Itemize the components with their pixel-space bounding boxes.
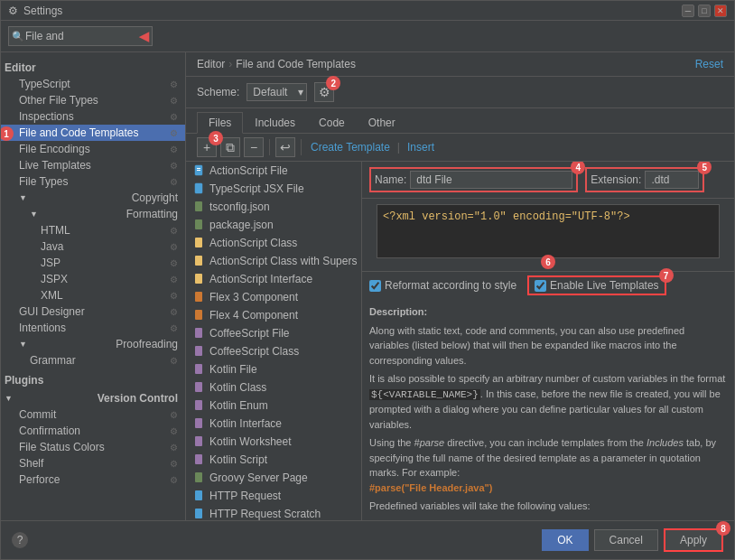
list-item[interactable]: CoffeeScript Class <box>186 342 361 360</box>
insert-button[interactable]: Insert <box>404 139 438 155</box>
search-input[interactable] <box>8 26 153 46</box>
settings-icon-9: ⚙ <box>170 242 178 252</box>
list-item[interactable]: Kotlin Interface <box>186 415 361 433</box>
sidebar-item-shelf[interactable]: Shelf ⚙ <box>1 455 185 471</box>
reformat-checkbox-label[interactable]: Reformat according to style <box>369 279 516 292</box>
create-template-separator: | <box>397 141 400 154</box>
list-item[interactable]: ActionScript File <box>186 162 361 180</box>
bottom-bar: ? OK Cancel Apply 8 <box>1 520 734 559</box>
name-field-wrap: Name: 4 <box>369 167 578 192</box>
settings-icon-3: ⚙ <box>170 112 178 122</box>
ok-button[interactable]: OK <box>542 529 588 551</box>
list-item[interactable]: HTTP Request Scratch <box>186 505 361 520</box>
extension-input[interactable] <box>645 171 699 189</box>
list-item[interactable]: TypeScript JSX File <box>186 180 361 198</box>
sidebar-item-plugins[interactable]: Plugins <box>1 372 185 388</box>
reset-link[interactable]: Reset <box>695 58 723 70</box>
list-item[interactable]: Kotlin Class <box>186 378 361 397</box>
name-ext-bar: Name: 4 Extension: 5 <box>362 162 734 199</box>
sidebar-item-live-templates[interactable]: Live Templates ⚙ <box>1 157 185 173</box>
reformat-checkbox[interactable] <box>369 280 381 292</box>
breadcrumb-separator: › <box>228 58 232 70</box>
svg-rect-14 <box>195 382 202 392</box>
list-item[interactable]: Kotlin Enum <box>186 397 361 415</box>
editor-panel: Name: 4 Extension: 5 <box>362 162 734 520</box>
settings-icon-5: ⚙ <box>170 145 178 154</box>
cancel-button[interactable]: Cancel <box>594 529 658 551</box>
sidebar-item-jsp[interactable]: JSP ⚙ <box>1 255 185 271</box>
svg-rect-8 <box>195 274 202 284</box>
sidebar-item-xml[interactable]: XML ⚙ <box>1 287 185 303</box>
tab-files[interactable]: Files <box>197 112 243 134</box>
content-area: 🔍 ◀ Editor TypeScript ⚙ Other File Types… <box>1 21 734 520</box>
sidebar-item-file-types[interactable]: File Types ⚙ <box>1 173 185 190</box>
svg-rect-4 <box>195 201 202 211</box>
sidebar-item-perforce[interactable]: Perforce ⚙ <box>1 471 185 488</box>
sidebar-item-copyright[interactable]: ▼ Copyright <box>1 190 185 206</box>
create-template-button[interactable]: Create Template <box>307 139 394 155</box>
file-icon <box>193 363 206 376</box>
sidebar-item-inspections[interactable]: Inspections ⚙ <box>1 108 185 125</box>
list-item[interactable]: ActionScript Class <box>186 234 361 252</box>
svg-rect-17 <box>195 436 202 446</box>
tab-includes[interactable]: Includes <box>243 112 307 133</box>
svg-rect-6 <box>195 238 202 247</box>
delete-button[interactable]: − <box>244 137 264 157</box>
sidebar-item-intentions[interactable]: Intentions ⚙ <box>1 320 185 336</box>
tab-code[interactable]: Code <box>307 112 357 133</box>
close-button[interactable]: ✕ <box>714 5 727 17</box>
editor-label: Editor <box>5 61 36 74</box>
sidebar-item-formatting[interactable]: ▼ Formatting <box>1 206 185 222</box>
file-list: ActionScript File TypeScript JSX File <box>186 162 362 520</box>
file-icon <box>193 490 206 502</box>
copy-button[interactable]: ⧉ <box>220 137 240 157</box>
annotation-1: 1 <box>1 126 14 141</box>
list-item[interactable]: Kotlin File <box>186 360 361 378</box>
scheme-select[interactable]: Default <box>247 83 307 101</box>
sidebar-item-file-status-colors[interactable]: File Status Colors ⚙ <box>1 439 185 455</box>
list-item[interactable]: package.json <box>186 216 361 234</box>
minimize-button[interactable]: ─ <box>682 5 694 17</box>
name-input[interactable] <box>410 171 572 189</box>
list-item[interactable]: Flex 4 Component <box>186 306 361 324</box>
code-editor[interactable]: <?xml version="1.0" encoding="UTF-8"?> <box>377 204 720 258</box>
sidebar-item-html[interactable]: HTML ⚙ <box>1 222 185 238</box>
sidebar-item-file-encodings[interactable]: File Encodings ⚙ <box>1 141 185 157</box>
file-icon <box>193 201 206 213</box>
file-icon <box>193 255 206 267</box>
sidebar-item-editor[interactable]: Editor <box>1 60 185 76</box>
enable-live-checkbox[interactable] <box>535 280 546 292</box>
list-item[interactable]: Groovy Server Page <box>186 469 361 487</box>
sidebar-item-java[interactable]: Java ⚙ <box>1 238 185 255</box>
annotation-8: 8 <box>716 521 730 536</box>
list-item[interactable]: Kotlin Script <box>186 451 361 469</box>
list-item[interactable]: HTTP Request <box>186 487 361 505</box>
undo-button[interactable]: ↩ <box>275 137 295 157</box>
settings-window: ⚙ Settings ─ □ ✕ 🔍 ◀ Editor <box>0 0 735 560</box>
list-item[interactable]: Kotlin Worksheet <box>186 433 361 451</box>
sidebar-item-typescript[interactable]: TypeScript ⚙ <box>1 76 185 92</box>
list-item[interactable]: tsconfig.json <box>186 198 361 216</box>
list-item[interactable]: ActionScript Class with Supers <box>186 252 361 270</box>
sidebar-item-other-file-types[interactable]: Other File Types ⚙ <box>1 92 185 108</box>
sidebar-item-commit[interactable]: Commit ⚙ <box>1 406 185 423</box>
file-icon <box>193 508 206 520</box>
add-button[interactable]: + 3 <box>197 137 217 157</box>
list-item[interactable]: ActionScript Interface <box>186 270 361 288</box>
apply-button[interactable]: Apply 8 <box>664 528 723 552</box>
list-item[interactable]: CoffeeScript File <box>186 324 361 342</box>
sidebar-item-gui-designer[interactable]: GUI Designer ⚙ <box>1 303 185 320</box>
window-controls: ─ □ ✕ <box>682 5 727 17</box>
sidebar-item-grammar[interactable]: Grammar ⚙ <box>1 352 185 369</box>
sidebar-item-file-and-code-templates[interactable]: File and Code Templates ⚙ 1 <box>1 125 185 141</box>
enable-live-templates-label[interactable]: Enable Live Templates 7 <box>527 275 666 295</box>
sidebar-item-confirmation[interactable]: Confirmation ⚙ <box>1 423 185 439</box>
help-button[interactable]: ? <box>12 532 28 548</box>
sidebar-item-proofreading[interactable]: ▼ Proofreading <box>1 336 185 352</box>
sidebar-item-version-control[interactable]: ▼ Version Control <box>1 390 185 406</box>
sidebar-item-jspx[interactable]: JSPX ⚙ <box>1 271 185 287</box>
scheme-gear-button[interactable]: ⚙ 2 <box>314 82 334 102</box>
list-item[interactable]: Flex 3 Component <box>186 288 361 306</box>
tab-other[interactable]: Other <box>357 112 407 133</box>
maximize-button[interactable]: □ <box>698 5 711 17</box>
